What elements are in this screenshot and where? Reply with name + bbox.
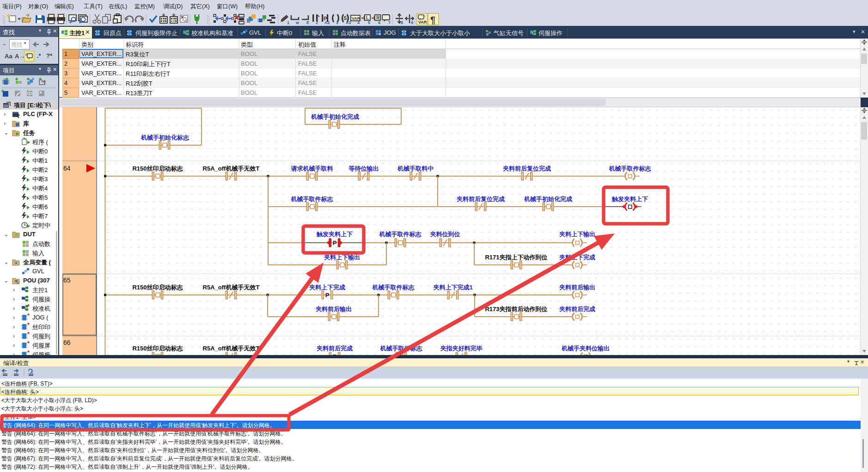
- svg-text:R173夹指前后动作到位: R173夹指前后动作到位: [485, 306, 547, 313]
- svg-text:R150丝印启动标志: R150丝印启动标志: [132, 165, 183, 172]
- svg-text:触发夹料上下: 触发夹料上下: [316, 231, 353, 238]
- svg-text:机械手取件标志: 机械手取件标志: [291, 196, 334, 202]
- svg-text:*: *: [27, 313, 30, 319]
- svg-text:机械手取件标志: 机械手取件标志: [380, 345, 423, 352]
- svg-text:机械手初始化完成: 机械手初始化完成: [524, 196, 572, 202]
- svg-text:夹料上下输出: 夹料上下输出: [324, 254, 360, 261]
- svg-text:夹料上下完成: 夹料上下完成: [309, 284, 345, 291]
- svg-text:R5A_off机械手无效T: R5A_off机械手无效T: [203, 345, 260, 352]
- svg-text:夹料位到位: 夹料位到位: [430, 231, 460, 238]
- svg-text:R171夹指上下动作到位: R171夹指上下动作到位: [485, 254, 547, 261]
- svg-text:*: *: [27, 341, 30, 347]
- svg-text:64: 64: [63, 165, 71, 172]
- svg-text:VAR: VAR: [418, 20, 427, 25]
- svg-text:机械手取料中: 机械手取料中: [397, 165, 434, 172]
- svg-text:4: 4: [357, 20, 360, 25]
- svg-text:P: P: [325, 292, 330, 299]
- svg-text:等待位输出: 等待位输出: [348, 165, 379, 172]
- svg-text:E: E: [306, 20, 309, 25]
- svg-text:P: P: [25, 53, 28, 57]
- svg-text:机械手初始化标志: 机械手初始化标志: [141, 134, 189, 141]
- svg-text:R150丝印启动标志: R150丝印启动标志: [132, 284, 183, 291]
- svg-text:触发夹料上下: 触发夹料上下: [611, 196, 648, 202]
- svg-text:R: R: [376, 15, 380, 20]
- svg-text:R5A_off机械手无效T: R5A_off机械手无效T: [203, 284, 260, 291]
- svg-text:夹料上下完成: 夹料上下完成: [559, 254, 595, 261]
- svg-text:2: 2: [316, 20, 318, 25]
- svg-text:R150丝印启动标志: R150丝印启动标志: [132, 345, 183, 352]
- svg-text:L: L: [366, 15, 369, 20]
- svg-text:夹料前后完成: 夹料前后完成: [559, 306, 595, 313]
- svg-text:机械手取件标志: 机械手取件标志: [372, 284, 415, 291]
- svg-text:*: *: [27, 332, 30, 337]
- svg-text:夹料前后输出: 夹料前后输出: [316, 306, 352, 313]
- svg-text:8: 8: [401, 20, 403, 25]
- svg-text:1: 1: [287, 20, 289, 25]
- svg-text:66: 66: [63, 339, 71, 346]
- svg-text:A2: A2: [324, 20, 330, 25]
- svg-text:机械手取件标志: 机械手取件标志: [609, 165, 652, 172]
- svg-text:夹料前后复位完成: 夹料前后复位完成: [457, 196, 505, 202]
- svg-text:机械手初始化完成: 机械手初始化完成: [311, 113, 359, 120]
- svg-text:9: 9: [411, 20, 413, 25]
- svg-text:6: 6: [378, 20, 380, 25]
- svg-text:¶: ¶: [430, 15, 435, 25]
- svg-text:夹料上下完成1: 夹料上下完成1: [433, 284, 472, 291]
- svg-text:夹料上下输出: 夹料上下输出: [559, 231, 595, 238]
- svg-text:夹指夹好料完毕: 夹指夹好料完毕: [440, 345, 483, 352]
- svg-text:机械手夹料位输出: 机械手夹料位输出: [561, 345, 610, 352]
- svg-text:3: 3: [336, 20, 338, 25]
- svg-text:机械手取件标志: 机械手取件标志: [379, 231, 422, 238]
- svg-text:*: *: [27, 323, 30, 328]
- svg-text:R5A_off机械手无效T: R5A_off机械手无效T: [203, 165, 260, 172]
- svg-text:夹料前后完成: 夹料前后完成: [317, 345, 353, 352]
- svg-text:w: w: [295, 20, 300, 25]
- svg-text:5: 5: [368, 20, 370, 25]
- svg-text:7: 7: [388, 20, 391, 25]
- svg-text:*: *: [27, 304, 30, 310]
- svg-text:请求机械手取料: 请求机械手取料: [291, 165, 334, 172]
- svg-text:P: P: [333, 239, 337, 246]
- svg-text:A3: A3: [346, 20, 351, 25]
- svg-text:夹料前后复位完成: 夹料前后复位完成: [503, 165, 551, 172]
- svg-text:65: 65: [63, 276, 71, 284]
- svg-text:夹料前后输出: 夹料前后输出: [559, 284, 595, 291]
